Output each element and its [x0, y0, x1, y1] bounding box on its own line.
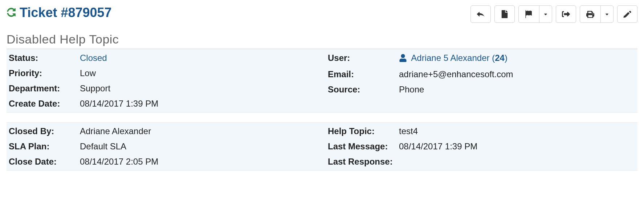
user-ticket-count: 24 — [495, 53, 505, 63]
value-source: Phone — [399, 84, 628, 95]
value-user[interactable]: Adriane 5 Alexander (24) — [399, 53, 628, 64]
label-email: Email: — [328, 69, 399, 79]
label-closed-by: Closed By: — [9, 126, 80, 136]
ticket-info-panel-1: Status: Closed Priority: Low Department:… — [7, 49, 637, 113]
label-close-date: Close Date: — [9, 157, 80, 167]
user-name-text: Adriane 5 Alexander — [411, 53, 489, 63]
status-dropdown-caret[interactable] — [539, 6, 552, 22]
label-source: Source: — [328, 84, 399, 95]
value-closed-by: Adriane Alexander — [80, 126, 309, 136]
print-icon[interactable] — [580, 6, 601, 22]
label-help-topic: Help Topic: — [328, 126, 399, 136]
reply-button[interactable] — [470, 5, 491, 23]
value-last-message: 08/14/2017 1:39 PM — [399, 141, 628, 152]
label-priority: Priority: — [9, 68, 80, 78]
value-create-date: 08/14/2017 1:39 PM — [80, 99, 309, 109]
ticket-title-text: Ticket #879057 — [20, 5, 112, 20]
toolbar — [470, 5, 637, 23]
value-sla: Default SLA — [80, 141, 309, 152]
value-email: adriane+5@enhancesoft.com — [399, 69, 628, 79]
refresh-icon[interactable] — [7, 5, 16, 20]
note-button[interactable] — [494, 5, 515, 23]
label-department: Department: — [9, 83, 80, 94]
user-icon — [399, 54, 407, 64]
label-last-response: Last Response: — [328, 157, 399, 167]
print-button — [580, 5, 614, 23]
page-title: Ticket #879057 — [7, 5, 112, 20]
label-create-date: Create Date: — [9, 99, 80, 109]
label-status: Status: — [9, 53, 80, 63]
value-last-response — [399, 157, 628, 167]
label-sla: SLA Plan: — [9, 141, 80, 152]
flag-icon[interactable] — [519, 6, 539, 22]
status-button — [518, 5, 552, 23]
value-priority: Low — [80, 68, 309, 78]
print-dropdown-caret[interactable] — [601, 6, 613, 22]
ticket-subject: Disabled Help Topic — [7, 32, 637, 49]
edit-button[interactable] — [617, 5, 637, 23]
value-close-date: 08/14/2017 2:05 PM — [80, 157, 309, 167]
label-last-message: Last Message: — [328, 141, 399, 152]
ticket-info-panel-2: Closed By: Adriane Alexander SLA Plan: D… — [7, 122, 637, 171]
label-user: User: — [328, 53, 399, 64]
value-status[interactable]: Closed — [80, 53, 309, 63]
transfer-button[interactable] — [556, 5, 576, 23]
value-help-topic: test4 — [399, 126, 628, 136]
value-department: Support — [80, 83, 309, 94]
